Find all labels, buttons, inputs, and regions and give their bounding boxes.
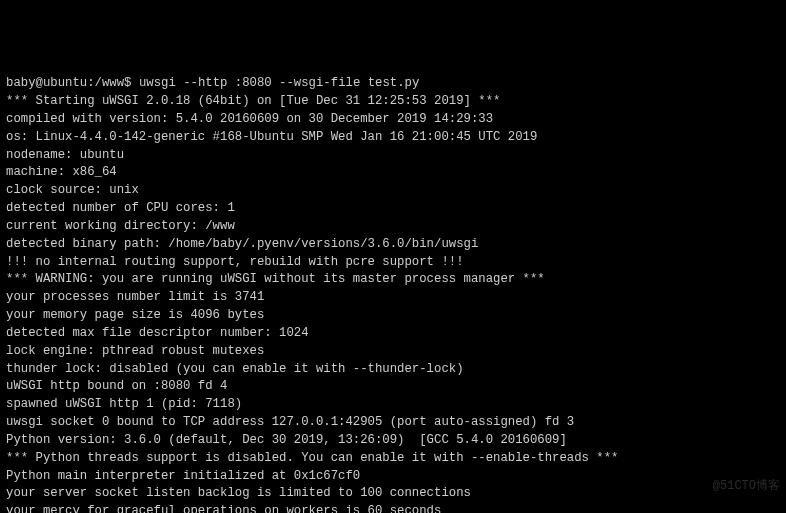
output-line: thunder lock: disabled (you can enable i… [6,361,780,379]
output-line: detected binary path: /home/baby/.pyenv/… [6,236,780,254]
output-line: Python main interpreter initialized at 0… [6,468,780,486]
output-line: *** Starting uWSGI 2.0.18 (64bit) on [Tu… [6,93,780,111]
prompt-path: /www [95,76,125,90]
output-line: os: Linux-4.4.0-142-generic #168-Ubuntu … [6,129,780,147]
output-line: compiled with version: 5.4.0 20160609 on… [6,111,780,129]
typed-command: uwsgi --http :8080 --wsgi-file test.py [139,76,419,90]
watermark-text: @51CTO博客 [713,478,780,495]
output-line: !!! no internal routing support, rebuild… [6,254,780,272]
shell-prompt-line[interactable]: baby@ubuntu:/www$ uwsgi --http :8080 --w… [6,75,780,93]
output-line: clock source: unix [6,182,780,200]
output-line: your server socket listen backlog is lim… [6,485,780,503]
output-line: lock engine: pthread robust mutexes [6,343,780,361]
output-line: *** Python threads support is disabled. … [6,450,780,468]
output-line: your mercy for graceful operations on wo… [6,503,780,513]
output-line: your processes number limit is 3741 [6,289,780,307]
output-line: *** WARNING: you are running uWSGI witho… [6,271,780,289]
output-line: machine: x86_64 [6,164,780,182]
output-line: Python version: 3.6.0 (default, Dec 30 2… [6,432,780,450]
output-line: uwsgi socket 0 bound to TCP address 127.… [6,414,780,432]
prompt-user-host: baby@ubuntu [6,76,87,90]
prompt-symbol: $ [124,76,131,90]
output-line: detected max file descriptor number: 102… [6,325,780,343]
output-line: current working directory: /www [6,218,780,236]
output-line: nodename: ubuntu [6,147,780,165]
output-line: detected number of CPU cores: 1 [6,200,780,218]
output-line: spawned uWSGI http 1 (pid: 7118) [6,396,780,414]
output-line: your memory page size is 4096 bytes [6,307,780,325]
output-line: uWSGI http bound on :8080 fd 4 [6,378,780,396]
